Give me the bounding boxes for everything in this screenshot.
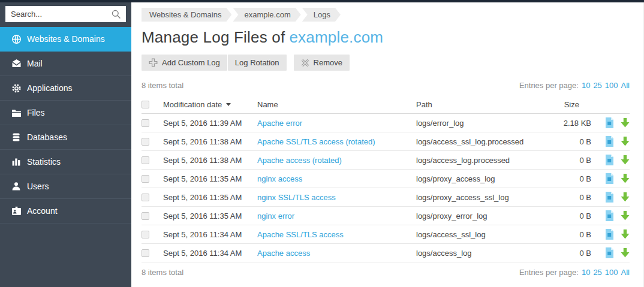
view-log-file-icon[interactable]	[605, 192, 614, 203]
row-date: Sept 5, 2016 11:34 AM	[163, 249, 257, 258]
remove-button[interactable]: Remove	[294, 55, 350, 71]
top-strip	[0, 0, 644, 2]
search-icon[interactable]	[112, 10, 121, 19]
view-log-file-icon[interactable]	[605, 173, 614, 184]
sidebar-item-mail[interactable]: Mail	[0, 52, 131, 76]
download-arrow-icon[interactable]	[621, 137, 630, 146]
row-checkbox[interactable]	[142, 212, 149, 220]
database-icon	[11, 132, 27, 142]
download-arrow-icon[interactable]	[621, 248, 630, 258]
download-arrow-icon[interactable]	[621, 192, 630, 202]
row-checkbox[interactable]	[142, 175, 149, 183]
row-checkbox[interactable]	[142, 231, 149, 238]
page-size-25[interactable]: 25	[593, 81, 601, 90]
page-size-10[interactable]: 10	[582, 81, 590, 90]
row-checkbox[interactable]	[142, 156, 149, 164]
table-row: Sept 5, 2016 11:34 AM Apache access logs…	[142, 244, 630, 262]
column-header-modification-date[interactable]: Modification date	[163, 100, 257, 109]
row-date: Sept 5, 2016 11:35 AM	[163, 212, 257, 220]
row-path: logs/access_ssl_log	[416, 230, 540, 239]
download-arrow-icon[interactable]	[621, 211, 630, 220]
sidebar-item-label: Account	[27, 206, 58, 216]
view-log-file-icon[interactable]	[605, 117, 614, 128]
page-title-prefix: Manage Log Files of	[142, 28, 285, 46]
row-path: logs/proxy_access_log	[416, 174, 540, 183]
row-checkbox[interactable]	[142, 194, 149, 201]
sidebar-item-users[interactable]: Users	[0, 174, 131, 199]
row-checkbox[interactable]	[142, 119, 149, 127]
log-name-link[interactable]: Apache access	[257, 249, 310, 258]
log-name-link[interactable]: Apache SSL/TLS access (rotated)	[257, 137, 375, 146]
page-size-100[interactable]: 100	[605, 268, 618, 277]
table-row: Sept 5, 2016 11:38 AM Apache access (rot…	[142, 151, 630, 170]
log-name-link[interactable]: nginx SSL/TLS access	[257, 193, 336, 202]
row-size: 0 B	[540, 137, 591, 146]
column-header-path[interactable]: Path	[416, 100, 540, 109]
table-row: Sept 5, 2016 11:35 AM nginx SSL/TLS acce…	[142, 188, 630, 207]
search-wrap	[0, 0, 131, 27]
table-row: Sept 5, 2016 11:39 AM Apache error logs/…	[142, 114, 630, 132]
view-log-file-icon[interactable]	[605, 136, 614, 147]
row-path: logs/access_log.processed	[416, 156, 540, 165]
select-all-checkbox[interactable]	[142, 101, 149, 108]
add-custom-log-button[interactable]: Add Custom Log	[142, 55, 227, 71]
view-log-file-icon[interactable]	[605, 210, 614, 221]
log-rotation-button[interactable]: Log Rotation	[228, 55, 287, 71]
column-header-size[interactable]: Size	[540, 100, 591, 109]
row-date: Sept 5, 2016 11:38 AM	[163, 156, 257, 165]
sidebar-item-websites-domains[interactable]: Websites & Domains	[0, 27, 131, 52]
sidebar-item-label: Applications	[27, 83, 73, 93]
id-card-icon	[11, 206, 27, 216]
remove-x-icon	[301, 59, 309, 67]
sidebar-item-statistics[interactable]: Statistics	[0, 150, 131, 174]
sidebar-item-label: Files	[27, 108, 45, 117]
page-size-25[interactable]: 25	[593, 268, 601, 277]
page-size-100[interactable]: 100	[605, 81, 618, 90]
folder-icon	[11, 108, 27, 117]
entries-per-page: Entries per page:1025100All	[519, 81, 630, 90]
user-icon	[11, 182, 27, 191]
download-arrow-icon[interactable]	[621, 229, 630, 239]
breadcrumb-logs[interactable]: Logs	[302, 8, 341, 22]
view-log-file-icon[interactable]	[605, 155, 614, 165]
row-checkbox[interactable]	[142, 138, 149, 146]
sidebar-item-account[interactable]: Account	[0, 199, 131, 223]
sort-desc-icon	[226, 103, 231, 106]
page-title-domain: example.com	[289, 28, 383, 46]
sidebar-item-applications[interactable]: Applications	[0, 76, 131, 101]
page-size-all[interactable]: All	[621, 81, 630, 90]
breadcrumb-domain[interactable]: example.com	[233, 8, 300, 22]
sidebar-item-label: Users	[27, 182, 49, 191]
row-checkbox[interactable]	[142, 249, 149, 257]
log-name-link[interactable]: Apache error	[257, 119, 302, 128]
row-size: 0 B	[540, 174, 591, 183]
table-row: Sept 5, 2016 11:35 AM nginx error logs/p…	[142, 207, 630, 225]
log-name-link[interactable]: nginx access	[257, 174, 302, 183]
view-log-file-icon[interactable]	[605, 229, 614, 240]
mail-icon	[11, 59, 27, 68]
download-arrow-icon[interactable]	[621, 155, 630, 165]
gear-icon	[11, 83, 27, 93]
size-label: Size	[564, 100, 579, 109]
sidebar-item-files[interactable]: Files	[0, 101, 131, 125]
download-arrow-icon[interactable]	[621, 174, 630, 183]
search-input[interactable]	[5, 6, 126, 22]
sidebar-item-label: Statistics	[27, 157, 61, 167]
list-meta-top: 8 items total Entries per page:1025100Al…	[142, 81, 630, 90]
download-arrow-icon[interactable]	[621, 118, 630, 128]
breadcrumb-websites-domains[interactable]: Websites & Domains	[142, 8, 231, 22]
column-header-name[interactable]: Name	[257, 100, 416, 109]
log-name-link[interactable]: Apache access (rotated)	[257, 156, 342, 165]
page-size-10[interactable]: 10	[582, 268, 590, 277]
sidebar-item-databases[interactable]: Databases	[0, 125, 131, 150]
row-date: Sept 5, 2016 11:35 AM	[163, 174, 257, 183]
row-path: logs/error_log	[416, 119, 540, 128]
row-date: Sept 5, 2016 11:34 AM	[163, 230, 257, 239]
view-log-file-icon[interactable]	[605, 247, 614, 258]
breadcrumb: Websites & Domains example.com Logs	[142, 8, 630, 22]
page-size-all[interactable]: All	[621, 268, 630, 277]
table-row: Sept 5, 2016 11:34 AM Apache SSL/TLS acc…	[142, 225, 630, 244]
log-name-link[interactable]: nginx error	[257, 212, 294, 220]
modification-date-label: Modification date	[163, 100, 222, 109]
log-name-link[interactable]: Apache SSL/TLS access	[257, 230, 344, 239]
